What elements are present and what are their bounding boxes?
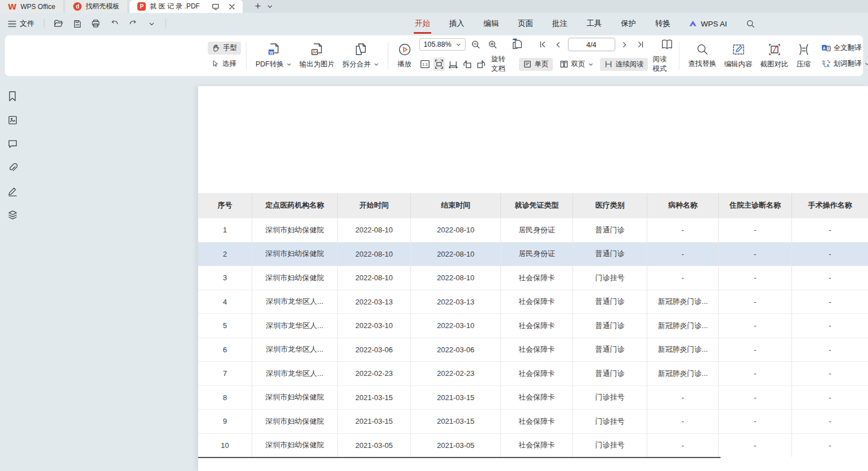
table-cell: 2021-03-15 <box>411 386 501 410</box>
layers-icon[interactable] <box>6 208 19 221</box>
translate-group: A 文 全文翻译 文 A 划词翻译 <box>817 42 868 70</box>
table-cell: 深圳市龙华区人... <box>252 338 338 362</box>
comment-icon[interactable] <box>6 137 19 150</box>
previous-page-button[interactable] <box>552 38 565 51</box>
full-text-translate-button[interactable]: A 文 全文翻译 <box>817 42 868 55</box>
export-image-icon <box>310 42 324 57</box>
continuous-reading-button[interactable]: 连续阅读 <box>600 58 648 71</box>
last-page-button[interactable] <box>634 38 647 51</box>
new-tab-button[interactable]: + <box>252 0 264 12</box>
pdf-table-body: 1深圳市妇幼保健院2022-08-102022-08-10居民身份证普通门诊--… <box>198 218 868 457</box>
chevron-down-icon <box>456 42 461 47</box>
read-mode-icon[interactable] <box>660 38 674 51</box>
search-icon[interactable] <box>744 17 758 30</box>
chevron-down-icon <box>588 62 593 67</box>
quick-access-chevron-icon[interactable] <box>145 17 158 30</box>
thumbnail-icon[interactable] <box>6 114 19 126</box>
select-tool-button[interactable]: 选择 <box>208 57 241 70</box>
file-menu-button[interactable]: 文件 <box>6 17 37 30</box>
double-page-button[interactable]: 双页 <box>556 58 597 71</box>
table-cell: 深圳市龙华区人... <box>252 314 338 338</box>
menu-tab-home[interactable]: 开始 <box>414 15 431 32</box>
table-cell: - <box>719 362 792 385</box>
fit-page-button[interactable] <box>448 57 459 71</box>
play-icon <box>397 42 412 57</box>
divider <box>679 42 679 70</box>
wps-ai-button[interactable]: WPS AI <box>688 20 727 28</box>
svg-text:W: W <box>269 50 274 55</box>
table-cell: 2022-03-10 <box>411 314 501 338</box>
menu-tab-protect[interactable]: 保护 <box>620 15 637 32</box>
edit-content-icon <box>731 42 746 57</box>
hand-tool-button[interactable]: 手型 <box>208 42 241 55</box>
undo-button[interactable] <box>108 17 121 30</box>
screenshot-compare-button[interactable]: 截图对比 <box>757 38 793 74</box>
word-translate-button[interactable]: 文 A 划词翻译 <box>817 57 868 70</box>
pdf-file-icon: P <box>137 2 146 11</box>
split-merge-button[interactable]: 拆分合并 <box>339 38 383 74</box>
menu-tab-tools[interactable]: 工具 <box>585 15 603 32</box>
wps-ai-logo-icon <box>688 20 697 28</box>
close-tab-icon[interactable] <box>226 1 238 13</box>
menu-tab-edit[interactable]: 编辑 <box>482 15 500 32</box>
next-page-button[interactable] <box>619 38 631 51</box>
table-cell: - <box>647 386 719 410</box>
menu-tab-comment[interactable]: 批注 <box>551 15 569 32</box>
single-page-button[interactable]: 单页 <box>519 58 553 71</box>
table-row: 3深圳市妇幼保健院2022-08-102022-08-10社会保障卡门诊挂号--… <box>198 266 868 290</box>
play-button[interactable]: 播放 <box>393 38 416 74</box>
fit-width-button[interactable] <box>433 57 445 71</box>
table-header-cell: 就诊凭证类型 <box>501 193 573 218</box>
redo-button[interactable] <box>126 17 140 30</box>
signature-icon[interactable] <box>6 185 19 197</box>
pdf-convert-button[interactable]: W PDF转换 <box>252 38 296 74</box>
table-cell: - <box>792 434 868 457</box>
print-button[interactable] <box>89 17 102 30</box>
zoom-out-button[interactable] <box>469 38 482 51</box>
table-cell: - <box>647 243 719 266</box>
page-number-input[interactable] <box>568 38 615 51</box>
table-cell: 2022-03-06 <box>411 338 501 362</box>
compress-button[interactable]: 压缩 <box>793 38 815 74</box>
attachment-icon[interactable] <box>6 161 19 173</box>
tab-docer[interactable]: d 找稻壳模板 <box>65 0 127 13</box>
menu-tabs: 开始 插入 编辑 页面 批注 工具 保护 转换 WPS AI <box>414 13 758 34</box>
table-header-cell: 序号 <box>198 193 252 218</box>
bookmark-icon[interactable] <box>6 90 19 102</box>
first-page-button[interactable] <box>536 38 549 51</box>
edit-content-button[interactable]: 编辑内容 <box>721 38 757 74</box>
table-cell: - <box>792 266 868 290</box>
table-cell: 社会保障卡 <box>501 362 573 385</box>
table-cell: - <box>719 410 792 433</box>
present-to-screen-icon[interactable] <box>209 1 222 13</box>
open-folder-button[interactable] <box>52 17 65 30</box>
rotate-right-button[interactable] <box>476 57 487 71</box>
rotate-document-button[interactable]: 旋转文档 <box>490 55 512 74</box>
rotate-left-button[interactable] <box>462 57 473 71</box>
table-cell: 社会保障卡 <box>501 434 573 457</box>
menu-bar: 文件 开始 插入 编辑 页面 批注 工具 保护 转换 <box>0 13 868 34</box>
table-cell: 7 <box>198 362 252 385</box>
menu-tab-page[interactable]: 页面 <box>517 15 534 32</box>
actual-size-button[interactable]: 1:1 <box>419 57 431 71</box>
tab-wps-office[interactable]: W WPS Office <box>0 0 63 13</box>
read-mode-button[interactable]: 阅读模式 <box>651 55 674 74</box>
table-cell: 6 <box>198 338 252 362</box>
menu-tab-insert[interactable]: 插入 <box>448 15 466 32</box>
table-cell: 1 <box>198 218 252 242</box>
continuous-reading-icon <box>604 60 613 69</box>
find-replace-button[interactable]: 查找替换 <box>684 38 721 74</box>
save-button[interactable] <box>70 17 84 30</box>
tab-document[interactable]: P 就 医 记 录 .PDF <box>129 0 243 13</box>
table-cell: 2021-03-05 <box>338 434 411 457</box>
table-cell: 门诊挂号 <box>573 386 647 410</box>
zoom-in-button[interactable] <box>486 38 499 51</box>
export-as-image-button[interactable]: 输出为图片 <box>296 38 339 74</box>
table-cell: - <box>719 243 792 266</box>
menu-tab-convert[interactable]: 转换 <box>654 15 672 32</box>
rotate-document-icon[interactable] <box>511 38 524 51</box>
table-cell: - <box>792 218 868 242</box>
tab-list-chevron-icon[interactable] <box>264 0 276 12</box>
zoom-level-select[interactable]: 105.88% <box>419 38 466 51</box>
double-page-icon <box>560 60 569 69</box>
